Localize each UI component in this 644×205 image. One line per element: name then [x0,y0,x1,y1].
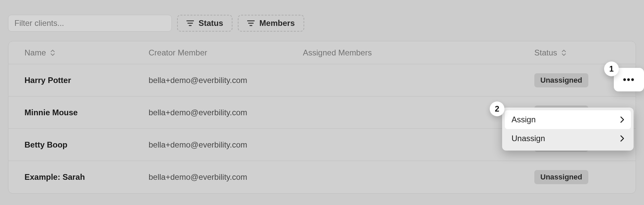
column-creator[interactable]: Creator Member [149,48,303,57]
table-row[interactable]: Harry Potter bella+demo@everbility.com U… [8,64,636,96]
more-actions-button[interactable]: ••• [635,138,636,152]
column-assigned[interactable]: Assigned Members [303,48,534,57]
creator-email: bella+demo@everbility.com [149,172,303,182]
annotation-2: 2 [490,101,504,116]
status-badge: Unassigned [534,170,588,184]
column-creator-label: Creator Member [149,48,207,57]
sort-icon [50,49,55,56]
members-filter-label: Members [259,18,294,28]
client-name: Minnie Mouse [24,108,149,117]
column-name-label: Name [24,48,46,57]
more-actions-button[interactable]: ••• [635,106,636,119]
menu-item-label: Assign [512,115,536,124]
context-menu: Assign Unassign [502,108,634,151]
sort-icon [561,49,567,56]
status-filter-label: Status [199,18,223,28]
filter-clients-input[interactable] [8,15,172,32]
filter-icon [247,20,255,26]
filter-icon [186,20,194,26]
status-badge: Unassigned [534,73,588,87]
table-header: Name Creator Member Assigned Members Sta… [8,41,636,64]
menu-item-label: Unassign [512,134,545,143]
actions-cell: ••• [622,170,636,184]
more-icon: ••• [620,73,637,86]
chevron-right-icon [620,135,624,142]
menu-item-unassign[interactable]: Unassign [505,129,631,148]
creator-email: bella+demo@everbility.com [149,140,303,150]
column-assigned-label: Assigned Members [303,48,372,57]
column-status[interactable]: Status [534,48,622,57]
client-name: Betty Boop [24,140,149,150]
menu-item-assign[interactable]: Assign [505,110,631,129]
table-row[interactable]: Example: Sarah bella+demo@everbility.com… [8,161,636,193]
status-filter-button[interactable]: Status [177,15,232,32]
chevron-right-icon [620,116,624,123]
toolbar: Status Members [8,15,636,32]
creator-email: bella+demo@everbility.com [149,108,303,117]
column-status-label: Status [534,48,557,57]
creator-email: bella+demo@everbility.com [149,76,303,85]
annotation-1: 1 [604,62,619,76]
status-cell: Unassigned [534,170,622,184]
more-actions-button[interactable]: ••• [635,170,636,184]
client-name: Harry Potter [24,76,149,85]
client-name: Example: Sarah [24,172,149,182]
column-name[interactable]: Name [24,48,149,57]
members-filter-button[interactable]: Members [238,15,304,32]
